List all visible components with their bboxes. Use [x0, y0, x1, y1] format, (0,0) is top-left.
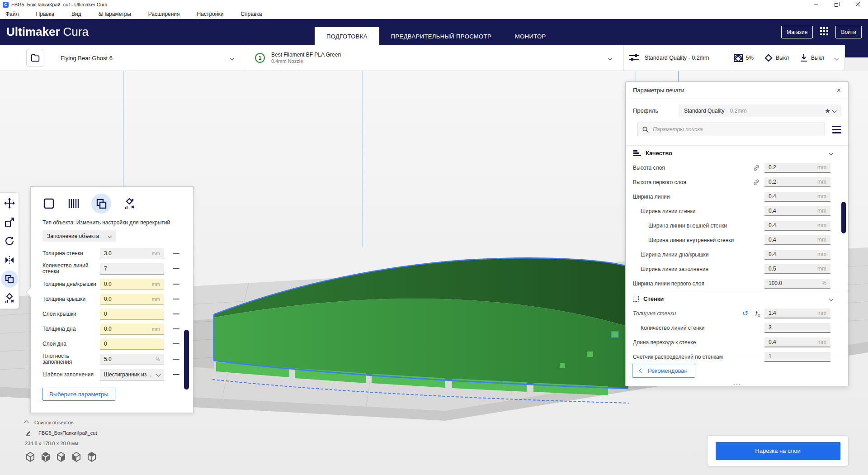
- remove-setting-button[interactable]: [173, 374, 179, 375]
- close-panel-button[interactable]: ×: [837, 87, 841, 94]
- open-file-button[interactable]: [26, 49, 44, 67]
- setting-value-field[interactable]: 0.4mm: [764, 206, 830, 216]
- tab-preview[interactable]: ПРЕДВАРИТЕЛЬНЫЙ ПРОСМОТР: [379, 27, 503, 45]
- sign-in-button[interactable]: Войти: [835, 26, 862, 38]
- function-icon[interactable]: ƒx: [755, 309, 760, 318]
- remove-setting-button[interactable]: [173, 314, 179, 314]
- tab-monitor[interactable]: МОНИТОР: [503, 27, 558, 45]
- setting-row: Высота слоя 0.2mm: [626, 161, 848, 175]
- select-settings-button[interactable]: Выберите параметры: [42, 388, 115, 401]
- settings-panel-header: Параметры печати ×: [626, 82, 848, 99]
- applications-grid-icon[interactable]: [820, 27, 828, 37]
- object-list-item[interactable]: FBG5_БокПапкиКрай_cut: [25, 429, 97, 437]
- remove-setting-button[interactable]: [173, 343, 179, 344]
- setting-value-field[interactable]: 0: [100, 338, 164, 350]
- scale-tool-button[interactable]: [4, 216, 15, 228]
- star-icon[interactable]: ★: [825, 107, 830, 114]
- support-blocker-icon: [4, 293, 15, 304]
- infill-pattern-dropdown[interactable]: Шестигранник из ...: [100, 369, 164, 380]
- setting-row: Толщина стенки ↺ ƒx 1.4mm: [626, 306, 848, 321]
- remove-setting-button[interactable]: [173, 253, 179, 254]
- setting-value-field[interactable]: 1.4mm: [764, 309, 830, 318]
- setting-value-field[interactable]: 0.0mm: [100, 323, 164, 335]
- remove-setting-button[interactable]: [173, 299, 179, 299]
- menu-preferences[interactable]: Настройки: [197, 11, 224, 17]
- menu-help[interactable]: Справка: [241, 11, 262, 17]
- category-walls[interactable]: Стенки: [626, 291, 848, 306]
- profile-row: Профиль Standard Quality - 0.2mm ★: [626, 99, 848, 119]
- remove-setting-button[interactable]: [173, 359, 179, 360]
- normal-model-icon[interactable]: [42, 197, 55, 210]
- setting-value-field[interactable]: 100.0%: [764, 279, 830, 289]
- view-top-icon[interactable]: [86, 451, 97, 462]
- move-icon: [4, 198, 15, 209]
- modify-overlaps-selected[interactable]: [91, 194, 111, 214]
- configuration-toolbar: Flying Bear Ghost 6 1 Best Filament BF P…: [0, 45, 845, 71]
- view-right-icon[interactable]: [56, 451, 66, 462]
- close-button[interactable]: [847, 0, 868, 9]
- per-model-settings-tool-selected[interactable]: [1, 271, 18, 288]
- dont-support-overlaps-icon[interactable]: [123, 197, 136, 210]
- move-tool-button[interactable]: [4, 197, 15, 209]
- settings-menu-icon[interactable]: [832, 126, 841, 133]
- material-selector[interactable]: 1 Best Filament BF PLA Green 0.4mm Nozzl…: [243, 45, 624, 71]
- settings-search-box[interactable]: [637, 123, 825, 136]
- marketplace-button[interactable]: Магазин: [781, 26, 813, 38]
- menu-file[interactable]: Файл: [5, 11, 19, 17]
- material-name: Best Filament BF PLA Green: [271, 52, 341, 58]
- setting-value-field[interactable]: 0.2mm: [764, 163, 830, 173]
- view-front-icon[interactable]: [40, 451, 51, 462]
- slice-button[interactable]: Нарезка на слои: [716, 442, 840, 460]
- mirror-tool-button[interactable]: [4, 254, 15, 266]
- setting-value-field[interactable]: 3: [764, 323, 830, 333]
- panel-connector-line: [123, 71, 123, 186]
- setting-row: Количество линий стенки 7: [31, 263, 193, 275]
- setting-value-field[interactable]: 0.4mm: [764, 235, 830, 245]
- minimize-button[interactable]: [806, 0, 826, 9]
- extruder-connector-line: [363, 71, 363, 247]
- printer-selector[interactable]: Flying Bear Ghost 6: [44, 45, 243, 71]
- left-toolbar: [0, 192, 19, 309]
- print-as-support-icon[interactable]: [67, 197, 80, 210]
- panel-drag-handle[interactable]: [734, 384, 741, 385]
- profile-dropdown[interactable]: Standard Quality - 0.2mm ★: [679, 104, 841, 117]
- print-settings-selector[interactable]: Standard Quality - 0.2mm 5% Выкл Выкл: [624, 45, 844, 71]
- setting-value-field[interactable]: 0.0mm: [100, 294, 164, 305]
- rotate-tool-button[interactable]: [4, 235, 15, 247]
- setting-value-field[interactable]: 3.0mm: [100, 248, 164, 259]
- chevron-down-icon: [230, 56, 235, 60]
- setting-value-field[interactable]: 0: [100, 309, 164, 320]
- panel-scrollbar[interactable]: [184, 330, 189, 390]
- mesh-type-dropdown[interactable]: Заполнение объекта: [42, 230, 116, 242]
- setting-value-field[interactable]: 0.4mm: [764, 250, 830, 260]
- remove-setting-button[interactable]: [173, 284, 179, 285]
- setting-value-field[interactable]: 0.4mm: [764, 221, 830, 231]
- menu-settings[interactable]: &Параметры: [99, 11, 131, 17]
- remove-setting-button[interactable]: [173, 328, 179, 329]
- setting-value-field[interactable]: 0.2mm: [764, 177, 830, 187]
- menu-view[interactable]: Вид: [71, 11, 81, 17]
- recommended-mode-button[interactable]: Рекомендован: [632, 364, 695, 378]
- menu-extensions[interactable]: Расширения: [148, 11, 180, 17]
- setting-value-field[interactable]: 0.5mm: [764, 264, 830, 274]
- setting-row: Слои крышки 0: [31, 309, 193, 320]
- setting-value-field[interactable]: 5.0%: [100, 354, 164, 365]
- chevron-down-icon: [832, 109, 837, 113]
- object-list-header[interactable]: Список объектов: [25, 420, 97, 425]
- search-input[interactable]: [653, 126, 820, 133]
- setting-value-field[interactable]: 0.4mm: [764, 337, 830, 347]
- menu-edit[interactable]: Правка: [36, 11, 55, 17]
- setting-value-field[interactable]: 0.0mm: [100, 279, 164, 290]
- remove-setting-button[interactable]: [173, 268, 179, 269]
- tab-prepare[interactable]: ПОДГОТОВКА: [315, 27, 379, 45]
- settings-scrollbar[interactable]: [841, 202, 846, 233]
- link-icon: [753, 179, 760, 186]
- view-3d-icon[interactable]: [25, 451, 36, 462]
- reset-setting-icon[interactable]: ↺: [742, 310, 748, 317]
- category-quality[interactable]: Качество: [626, 145, 848, 161]
- setting-value-field[interactable]: 7: [100, 263, 164, 275]
- support-blocker-tool-button[interactable]: [4, 292, 15, 304]
- restore-button[interactable]: [826, 0, 847, 9]
- view-left-icon[interactable]: [71, 451, 82, 462]
- setting-value-field[interactable]: 0.4mm: [764, 192, 830, 202]
